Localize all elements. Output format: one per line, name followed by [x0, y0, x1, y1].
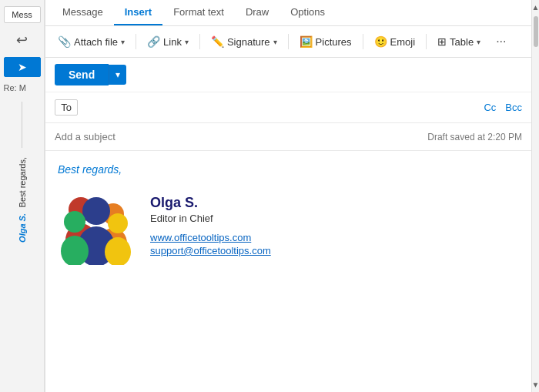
- signature-details: Olga S. Editor in Chief www.officetoolti…: [150, 195, 271, 258]
- scrollbar: ▲ ▼: [531, 0, 539, 392]
- sidebar-send-tab[interactable]: ➤: [4, 57, 41, 77]
- svg-point-8: [108, 213, 128, 233]
- separator-1: [136, 34, 136, 49]
- pictures-icon: 🖼️: [300, 35, 313, 48]
- to-label: To: [55, 99, 78, 116]
- scroll-up-button[interactable]: ▲: [531, 2, 539, 13]
- email-body[interactable]: Best regards, Olga S.: [45, 151, 531, 392]
- sidebar: Mess ↩ ➤ Re: M Best regards, Olga S.: [0, 0, 45, 392]
- cc-bcc-area: Cc Bcc: [484, 102, 522, 113]
- send-row: Send ▾: [45, 58, 531, 92]
- signature-avatar: [58, 188, 135, 265]
- signature-website[interactable]: www.officetooltips.com: [150, 232, 271, 243]
- signature-chevron-icon: ▾: [273, 38, 277, 46]
- scroll-thumb[interactable]: [534, 16, 538, 47]
- tab-format-text[interactable]: Format text: [162, 0, 235, 25]
- tab-bar: Message Insert Format text Draw Options: [45, 0, 531, 26]
- subject-input[interactable]: [55, 131, 427, 142]
- signature-email[interactable]: support@officetooltips.com: [150, 245, 271, 256]
- link-icon: 🔗: [147, 35, 160, 48]
- bcc-link[interactable]: Bcc: [505, 102, 522, 113]
- undo-button[interactable]: ↩: [10, 29, 35, 51]
- signature-block: Olga S. Editor in Chief www.officetoolti…: [58, 188, 519, 265]
- separator-5: [426, 34, 427, 49]
- insert-toolbar: 📎 Attach file ▾ 🔗 Link ▾ ✏️ Signature ▾ …: [45, 26, 531, 58]
- more-options-button[interactable]: ···: [490, 31, 512, 52]
- sidebar-mess-tab[interactable]: Mess: [4, 6, 41, 23]
- sidebar-best-regards: Best regards,: [18, 157, 27, 207]
- table-chevron-icon: ▾: [477, 38, 480, 46]
- svg-point-4: [82, 197, 110, 225]
- pictures-button[interactable]: 🖼️ Pictures: [293, 32, 358, 52]
- svg-point-6: [64, 211, 85, 233]
- emoji-icon: 🙂: [374, 35, 387, 48]
- divider: [22, 102, 22, 148]
- attach-file-button[interactable]: 📎 Attach file ▾: [52, 32, 131, 52]
- send-button[interactable]: Send: [55, 64, 109, 85]
- send-dropdown-icon: ▾: [116, 69, 120, 80]
- to-input[interactable]: [78, 102, 484, 113]
- more-icon: ···: [496, 35, 506, 48]
- sidebar-olga: Olga S.: [18, 213, 27, 243]
- link-chevron-icon: ▾: [185, 38, 189, 46]
- signature-title: Editor in Chief: [150, 213, 271, 224]
- subject-row: Draft saved at 2:20 PM: [45, 123, 531, 151]
- separator-3: [288, 34, 289, 49]
- table-button[interactable]: ⊞ Table ▾: [431, 32, 487, 52]
- separator-4: [363, 34, 363, 49]
- send-dropdown-button[interactable]: ▾: [109, 65, 126, 85]
- attach-file-chevron-icon: ▾: [121, 38, 125, 46]
- sidebar-mess-label: Mess: [12, 10, 32, 19]
- send-icon: ➤: [18, 61, 27, 73]
- draft-saved-label: Draft saved at 2:20 PM: [427, 132, 522, 142]
- signature-icon: ✏️: [211, 35, 224, 48]
- signature-name: Olga S.: [150, 195, 271, 211]
- undo-icon: ↩: [16, 32, 28, 49]
- tab-message[interactable]: Message: [52, 0, 114, 25]
- scroll-down-button[interactable]: ▼: [531, 379, 539, 390]
- signature-button[interactable]: ✏️ Signature ▾: [205, 32, 283, 52]
- cc-link[interactable]: Cc: [484, 102, 496, 113]
- separator-2: [199, 34, 200, 49]
- re-label: Re: M: [4, 83, 41, 92]
- emoji-button[interactable]: 🙂 Emoji: [368, 32, 422, 52]
- tab-insert[interactable]: Insert: [114, 0, 162, 25]
- link-button[interactable]: 🔗 Link ▾: [141, 32, 195, 52]
- paperclip-icon: 📎: [58, 35, 71, 48]
- email-compose-panel: Message Insert Format text Draw Options …: [45, 0, 531, 392]
- tab-options[interactable]: Options: [280, 0, 336, 25]
- table-icon: ⊞: [437, 35, 447, 48]
- tab-draw[interactable]: Draw: [235, 0, 280, 25]
- greeting-text: Best regards,: [58, 163, 519, 176]
- to-row: To Cc Bcc: [45, 92, 531, 123]
